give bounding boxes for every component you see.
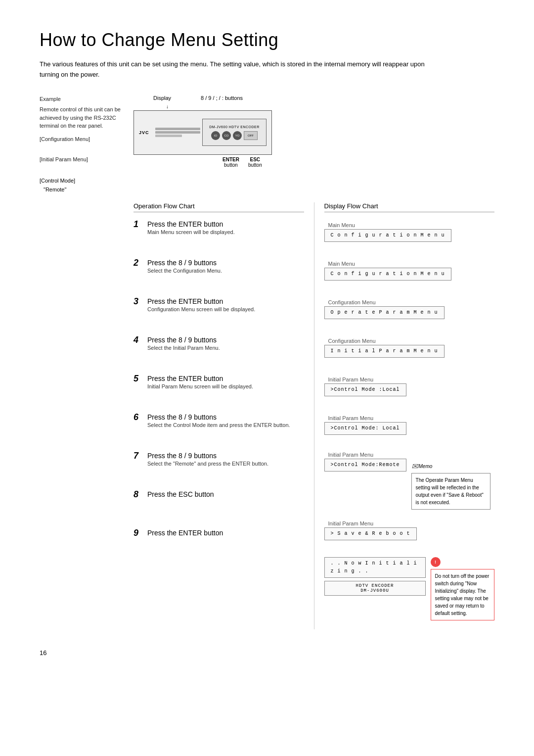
step-5-row: 5 Press the ENTER button Initial Param M…	[134, 375, 304, 404]
display-7-box: >Control Mode:Remote	[324, 459, 406, 472]
display-4-line-1: I n i t i a l P a r a m M e n u	[331, 347, 438, 355]
hdtv-box: HDTV ENCODER DM-JV600U	[324, 581, 426, 596]
step-3-number: 3	[134, 296, 144, 307]
step-7-desc: Select the "Remote" and press the ENTER …	[147, 461, 304, 467]
display-col: Display Flow Chart Main Menu C o n f i g…	[314, 202, 495, 629]
step-8-row: 8 Press the ESC button	[134, 490, 304, 520]
device-desc: Remote control of this unit can be achie…	[40, 105, 134, 130]
step-6-title: Press the 8 / 9 buttons	[147, 413, 304, 421]
display-8-box: > S a v e & R e b o o t	[324, 527, 417, 540]
display-2-context: Main Menu	[328, 261, 355, 267]
control-mode-label: [Control Mode]	[40, 178, 134, 184]
caution-icon: !	[431, 557, 441, 567]
display-9-row: . . N o w I n i t i a l i z i n g . . HD…	[324, 557, 495, 620]
step-5-content: Press the ENTER button Initial Param Men…	[147, 375, 304, 389]
step-2-row: 2 Press the 8 / 9 buttons Select the Con…	[134, 259, 304, 288]
display-col-header: Display Flow Chart	[324, 202, 495, 212]
display-4: Configuration Menu I n i t i a l P a r a…	[324, 336, 495, 366]
step-7-title: Press the 8 / 9 buttons	[147, 452, 304, 460]
left-sidebar: Example Remote control of this unit can …	[40, 95, 134, 167]
hdtv-box-area: HDTV ENCODER DM-JV600U	[324, 581, 426, 596]
memo-text: The Operate Param Menu setting will be r…	[416, 477, 484, 505]
display-6-context: Initial Param Menu	[328, 415, 374, 421]
flow-content: Operation Flow Chart 1 Press the ENTER b…	[134, 202, 494, 629]
step-4-number: 4	[134, 335, 144, 345]
device-text: DM-JV600 HDTV ENCODER	[209, 125, 260, 130]
memo-box: The Operate Param Menu setting will be r…	[411, 473, 490, 510]
display-5-box: >Control Mode :Local	[324, 383, 406, 396]
display-6-box: >Control Mode: Local	[324, 422, 406, 435]
step-2-content: Press the 8 / 9 buttons Select the Confi…	[147, 259, 304, 274]
remote-label: "Remote"	[40, 187, 134, 192]
step-3-desc: Configuration Menu screen will be displa…	[147, 306, 304, 312]
step-1-title: Press the ENTER button	[147, 220, 304, 228]
step-6-row: 6 Press the 8 / 9 buttons Select the Con…	[134, 413, 304, 443]
step-4-title: Press the 8 / 9 buttons	[147, 336, 304, 344]
caution-box: Do not turn off the power switch during …	[431, 569, 494, 620]
display-7-context: Initial Param Menu	[328, 452, 406, 458]
hdtv-line2: DM-JV600U	[329, 588, 421, 593]
step-5-desc: Initial Param Menu screen will be displa…	[147, 383, 304, 389]
display-8-context: Initial Param Menu	[328, 520, 374, 526]
display-2-box: C o n f i g u r a t i o n M e n u	[324, 268, 451, 281]
diagram-wrapper: Display 8 / 9 / ; / : buttons ↓ JVC DM-J…	[134, 95, 494, 168]
display-4-context: Configuration Menu	[328, 338, 376, 344]
display-4-box: I n i t i a l P a r a m M e n u	[324, 345, 445, 358]
step-8-content: Press the ESC button	[147, 490, 304, 499]
display-7-row: Initial Param Menu >Control Mode:Remote …	[324, 452, 495, 510]
step-3-row: 3 Press the ENTER button Configuration M…	[134, 297, 304, 327]
step-8-title: Press the ESC button	[147, 490, 304, 498]
display-9-line-1: . . N o w I n i t i a l i z i n g . .	[331, 560, 419, 575]
display-7: Initial Param Menu >Control Mode:Remote	[324, 452, 406, 472]
step-5-title: Press the ENTER button	[147, 375, 304, 382]
display-1-context: Main Menu	[328, 222, 355, 228]
display-3-context: Configuration Menu	[328, 299, 376, 305]
step-9-content: Press the ENTER button	[147, 529, 304, 538]
display-1: Main Menu C o n f i g u r a t i o n M e …	[324, 220, 495, 250]
display-8-line-1: > S a v e & R e b o o t	[331, 530, 410, 538]
device-diagram: JVC DM-JV600 HDTV ENCODER IO CO YO OFF	[134, 110, 272, 155]
display-1-line-1: C o n f i g u r a t i o n M e n u	[331, 232, 445, 239]
display-3: Configuration Menu O p e r a t e P a r a…	[324, 297, 495, 327]
step-9-number: 9	[134, 528, 144, 538]
example-label: Example	[40, 95, 134, 104]
display-label: Display	[153, 95, 171, 101]
step-4-content: Press the 8 / 9 buttons Select the Initi…	[147, 336, 304, 351]
display-6: Initial Param Menu >Control Mode: Local	[324, 413, 495, 443]
operation-col: Operation Flow Chart 1 Press the ENTER b…	[134, 202, 314, 629]
display-9: . . N o w I n i t i a l i z i n g . . HD…	[324, 557, 426, 596]
display-5-line-1: >Control Mode :Local	[331, 386, 400, 394]
display-5-context: Initial Param Menu	[328, 377, 374, 382]
buttons-label: 8 / 9 / ; / : buttons	[201, 95, 243, 101]
step-1-number: 1	[134, 219, 144, 230]
enter-label: ENTER	[222, 157, 239, 162]
display-3-box: O p e r a t e P a r a m M e n u	[324, 306, 445, 319]
step-2-desc: Select the Configuration Menu.	[147, 268, 304, 274]
step-4-desc: Select the Initial Param Menu.	[147, 345, 304, 351]
display-1-box: C o n f i g u r a t i o n M e n u	[324, 229, 451, 242]
display-3-line-1: O p e r a t e P a r a m M e n u	[331, 309, 438, 317]
step-7-row: 7 Press the 8 / 9 buttons Select the "Re…	[134, 452, 304, 481]
caution-text: Do not turn off the power switch during …	[435, 573, 490, 616]
step-3-title: Press the ENTER button	[147, 297, 304, 305]
initial-param-label: [Initial Param Menu]	[40, 155, 134, 164]
config-menu-label: [Configuration Menu]	[40, 135, 134, 144]
page-number: 16	[40, 649, 494, 657]
step-9-title: Press the ENTER button	[147, 529, 304, 537]
step-1-content: Press the ENTER button Main Menu screen …	[147, 220, 304, 235]
display-8: Initial Param Menu > S a v e & R e b o o…	[324, 519, 495, 548]
display-6-line-1: >Control Mode: Local	[331, 425, 400, 432]
esc-label: ESC	[248, 157, 262, 162]
hdtv-line1: HDTV ENCODER	[329, 583, 421, 588]
display-2-line-1: C o n f i g u r a t i o n M e n u	[331, 270, 445, 278]
step-4-row: 4 Press the 8 / 9 buttons Select the Ini…	[134, 336, 304, 366]
step-6-number: 6	[134, 412, 144, 423]
display-7-line-1: >Control Mode:Remote	[331, 461, 400, 469]
flow-left-margin	[40, 202, 134, 629]
step-8-number: 8	[134, 489, 144, 500]
step-6-desc: Select the Control Mode item and press t…	[147, 422, 304, 428]
memo-label: ✉ Memo	[411, 462, 490, 471]
flow-section: Operation Flow Chart 1 Press the ENTER b…	[40, 202, 494, 629]
caution-area: ! Do not turn off the power switch durin…	[431, 557, 494, 620]
step-6-content: Press the 8 / 9 buttons Select the Contr…	[147, 413, 304, 428]
